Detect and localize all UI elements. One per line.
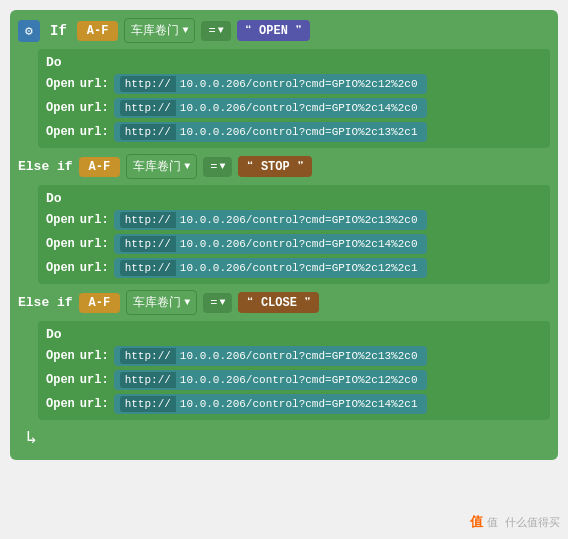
do-label-2: Do: [46, 327, 544, 342]
url-label-0-0: url:: [80, 77, 109, 91]
url-row-1-0: Open url: http:// 10.0.0.206/control?cmd…: [46, 210, 544, 230]
value-close[interactable]: ❝ CLOSE ❞: [238, 292, 319, 313]
chevron-icon-eq0: ▼: [218, 25, 224, 36]
url-value-2-0: 10.0.0.206/control?cmd=GPIO%2c13%2c0: [176, 348, 422, 364]
var-badge-1[interactable]: A-F: [79, 157, 121, 177]
dropdown-1[interactable]: 车库卷门 ▼: [126, 154, 197, 179]
url-scheme-2-0: http://: [120, 348, 176, 364]
open-label-1-2: Open: [46, 261, 75, 275]
url-row-2-1: Open url: http:// 10.0.0.206/control?cmd…: [46, 370, 544, 390]
do-label-1: Do: [46, 191, 544, 206]
watermark-icon: 值: [470, 513, 483, 531]
if-keyword: If: [46, 21, 71, 41]
url-scheme-2-1: http://: [120, 372, 176, 388]
url-value-0-0: 10.0.0.206/control?cmd=GPIO%2c12%2c0: [176, 76, 422, 92]
url-value-0-1: 10.0.0.206/control?cmd=GPIO%2c14%2c0: [176, 100, 422, 116]
url-row-2-0: Open url: http:// 10.0.0.206/control?cmd…: [46, 346, 544, 366]
do-block-close: Do Open url: http:// 10.0.0.206/control?…: [38, 321, 550, 420]
watermark: 值 值 什么值得买: [470, 513, 560, 531]
url-label-0-2: url:: [80, 125, 109, 139]
url-row-1-2: Open url: http:// 10.0.0.206/control?cmd…: [46, 258, 544, 278]
url-value-1-1: 10.0.0.206/control?cmd=GPIO%2c14%2c0: [176, 236, 422, 252]
chevron-icon-eq1: ▼: [219, 161, 225, 172]
url-field-0-0[interactable]: http:// 10.0.0.206/control?cmd=GPIO%2c12…: [114, 74, 428, 94]
url-value-1-2: 10.0.0.206/control?cmd=GPIO%2c12%2c1: [176, 260, 422, 276]
value-open[interactable]: ❝ OPEN ❞: [237, 20, 311, 41]
else-if-row-stop: Else if A-F 车库卷门 ▼ = ▼ ❝ STOP ❞: [18, 154, 550, 179]
url-scheme-0-0: http://: [120, 76, 176, 92]
url-label-1-0: url:: [80, 213, 109, 227]
chevron-icon-2: ▼: [184, 297, 190, 308]
do-block-stop: Do Open url: http:// 10.0.0.206/control?…: [38, 185, 550, 284]
do-block-open: Do Open url: http:// 10.0.0.206/control?…: [38, 49, 550, 148]
url-label-2-1: url:: [80, 373, 109, 387]
url-value-2-2: 10.0.0.206/control?cmd=GPIO%2c14%2c1: [176, 396, 422, 412]
url-field-0-1[interactable]: http:// 10.0.0.206/control?cmd=GPIO%2c14…: [114, 98, 428, 118]
open-label-2-1: Open: [46, 373, 75, 387]
url-field-2-0[interactable]: http:// 10.0.0.206/control?cmd=GPIO%2c13…: [114, 346, 428, 366]
chevron-icon-eq2: ▼: [219, 297, 225, 308]
open-label-0-1: Open: [46, 101, 75, 115]
url-field-1-0[interactable]: http:// 10.0.0.206/control?cmd=GPIO%2c13…: [114, 210, 428, 230]
open-label-1-0: Open: [46, 213, 75, 227]
chevron-icon-1: ▼: [184, 161, 190, 172]
url-row-1-1: Open url: http:// 10.0.0.206/control?cmd…: [46, 234, 544, 254]
open-label-0-2: Open: [46, 125, 75, 139]
do-label-0: Do: [46, 55, 544, 70]
open-label-2-0: Open: [46, 349, 75, 363]
else-if-label-close: Else if: [18, 295, 73, 310]
url-row-0-2: Open url: http:// 10.0.0.206/control?cmd…: [46, 122, 544, 142]
dropdown-2[interactable]: 车库卷门 ▼: [126, 290, 197, 315]
main-block: ⚙ If A-F 车库卷门 ▼ = ▼ ❝ OPEN ❞ Do Open url…: [10, 10, 558, 460]
if-header: ⚙ If A-F 车库卷门 ▼ = ▼ ❝ OPEN ❞: [18, 18, 550, 43]
url-label-2-2: url:: [80, 397, 109, 411]
url-scheme-2-2: http://: [120, 396, 176, 412]
url-scheme-1-0: http://: [120, 212, 176, 228]
var-badge-0[interactable]: A-F: [77, 21, 119, 41]
dropdown-0[interactable]: 车库卷门 ▼: [124, 18, 195, 43]
url-scheme-0-1: http://: [120, 100, 176, 116]
url-field-1-2[interactable]: http:// 10.0.0.206/control?cmd=GPIO%2c12…: [114, 258, 428, 278]
url-label-1-2: url:: [80, 261, 109, 275]
open-label-1-1: Open: [46, 237, 75, 251]
equals-badge-2[interactable]: = ▼: [203, 293, 232, 313]
url-scheme-0-2: http://: [120, 124, 176, 140]
url-scheme-1-2: http://: [120, 260, 176, 276]
gear-icon[interactable]: ⚙: [18, 20, 40, 42]
url-field-1-1[interactable]: http:// 10.0.0.206/control?cmd=GPIO%2c14…: [114, 234, 428, 254]
bottom-bracket: ↳: [26, 426, 550, 448]
url-label-2-0: url:: [80, 349, 109, 363]
url-field-2-1[interactable]: http:// 10.0.0.206/control?cmd=GPIO%2c12…: [114, 370, 428, 390]
open-label-0-0: Open: [46, 77, 75, 91]
equals-badge-1[interactable]: = ▼: [203, 157, 232, 177]
else-if-label-stop: Else if: [18, 159, 73, 174]
else-if-row-close: Else if A-F 车库卷门 ▼ = ▼ ❝ CLOSE ❞: [18, 290, 550, 315]
url-label-0-1: url:: [80, 101, 109, 115]
url-value-2-1: 10.0.0.206/control?cmd=GPIO%2c12%2c0: [176, 372, 422, 388]
url-field-0-2[interactable]: http:// 10.0.0.206/control?cmd=GPIO%2c13…: [114, 122, 428, 142]
url-field-2-2[interactable]: http:// 10.0.0.206/control?cmd=GPIO%2c14…: [114, 394, 428, 414]
open-label-2-2: Open: [46, 397, 75, 411]
value-stop[interactable]: ❝ STOP ❞: [238, 156, 312, 177]
var-badge-2[interactable]: A-F: [79, 293, 121, 313]
equals-badge-0[interactable]: = ▼: [201, 21, 230, 41]
url-label-1-1: url:: [80, 237, 109, 251]
url-row-0-1: Open url: http:// 10.0.0.206/control?cmd…: [46, 98, 544, 118]
chevron-icon-0: ▼: [182, 25, 188, 36]
url-row-2-2: Open url: http:// 10.0.0.206/control?cmd…: [46, 394, 544, 414]
url-value-0-2: 10.0.0.206/control?cmd=GPIO%2c13%2c1: [176, 124, 422, 140]
url-scheme-1-1: http://: [120, 236, 176, 252]
url-row-0-0: Open url: http:// 10.0.0.206/control?cmd…: [46, 74, 544, 94]
url-value-1-0: 10.0.0.206/control?cmd=GPIO%2c13%2c0: [176, 212, 422, 228]
